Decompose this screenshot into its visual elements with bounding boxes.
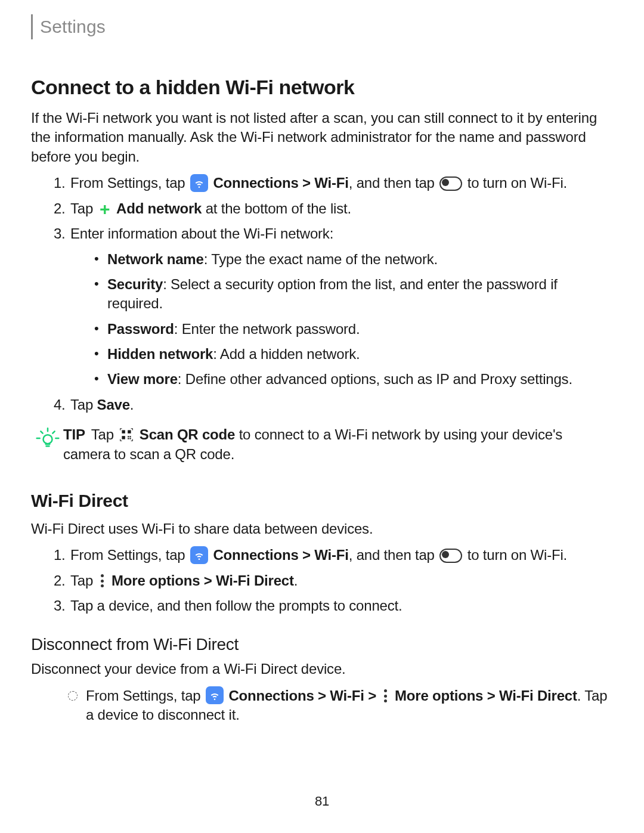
section-heading-hidden-wifi: Connect to a hidden Wi-Fi network xyxy=(31,74,613,101)
wifi-icon xyxy=(190,546,208,564)
page-number: 81 xyxy=(0,792,644,810)
section1-bullets: Network name: Type the exact name of the… xyxy=(70,250,613,389)
tip-block: TIP Tap Scan QR code to connect to a Wi-… xyxy=(31,425,613,464)
bullet-hidden-network: Hidden network: Add a hidden network. xyxy=(94,345,613,364)
plus-icon: + xyxy=(98,203,112,216)
bullet-security: Security: Select a security option from … xyxy=(94,275,613,314)
breadcrumb-bar xyxy=(31,14,33,39)
section1-step2: Tap + Add network at the bottom of the l… xyxy=(69,199,613,218)
section2-step1: From Settings, tap Connections > Wi-Fi, … xyxy=(69,546,613,565)
svg-rect-4 xyxy=(128,436,129,437)
section2-step3: Tap a device, and then follow the prompt… xyxy=(69,596,613,615)
svg-rect-6 xyxy=(128,438,129,439)
section1-step4: Tap Save. xyxy=(69,395,613,414)
qr-code-icon xyxy=(119,427,134,442)
breadcrumb: Settings xyxy=(31,14,613,39)
section3-intro: Disconnect your device from a Wi-Fi Dire… xyxy=(31,659,613,679)
section3-list: From Settings, tap Connections > Wi-Fi >… xyxy=(31,686,613,725)
lightbulb-icon xyxy=(36,426,60,450)
section-heading-wifi-direct: Wi-Fi Direct xyxy=(31,489,613,513)
bullet-network-name: Network name: Type the exact name of the… xyxy=(94,250,613,269)
svg-point-0 xyxy=(44,435,52,444)
bullet-view-more: View more: Define other advanced options… xyxy=(94,370,613,389)
section1-intro: If the Wi-Fi network you want is not lis… xyxy=(31,109,613,166)
tip-label: TIP xyxy=(63,426,85,442)
more-options-icon xyxy=(98,573,107,589)
section1-step3: Enter information about the Wi-Fi networ… xyxy=(69,224,613,389)
svg-rect-3 xyxy=(122,436,125,439)
section2-intro: Wi-Fi Direct uses Wi-Fi to share data be… xyxy=(31,519,613,538)
section1-step1: From Settings, tap Connections > Wi-Fi, … xyxy=(69,174,613,193)
svg-rect-1 xyxy=(122,430,125,433)
section1-steps: From Settings, tap Connections > Wi-Fi, … xyxy=(31,174,613,414)
section-heading-disconnect: Disconnect from Wi-Fi Direct xyxy=(31,633,613,656)
wifi-icon xyxy=(190,174,208,192)
section2-step2: Tap More options > Wi-Fi Direct. xyxy=(69,571,613,590)
breadcrumb-label: Settings xyxy=(40,15,106,39)
section2-steps: From Settings, tap Connections > Wi-Fi, … xyxy=(31,546,613,615)
svg-rect-2 xyxy=(128,430,131,433)
more-options-icon xyxy=(382,688,390,704)
section3-item: From Settings, tap Connections > Wi-Fi >… xyxy=(68,686,613,725)
svg-rect-5 xyxy=(130,436,131,437)
toggle-icon xyxy=(439,549,462,563)
wifi-icon xyxy=(206,686,224,704)
bullet-password: Password: Enter the network password. xyxy=(94,320,613,339)
tip-text: TIP Tap Scan QR code to connect to a Wi-… xyxy=(63,425,613,464)
svg-rect-7 xyxy=(130,438,131,439)
toggle-icon xyxy=(439,176,462,191)
